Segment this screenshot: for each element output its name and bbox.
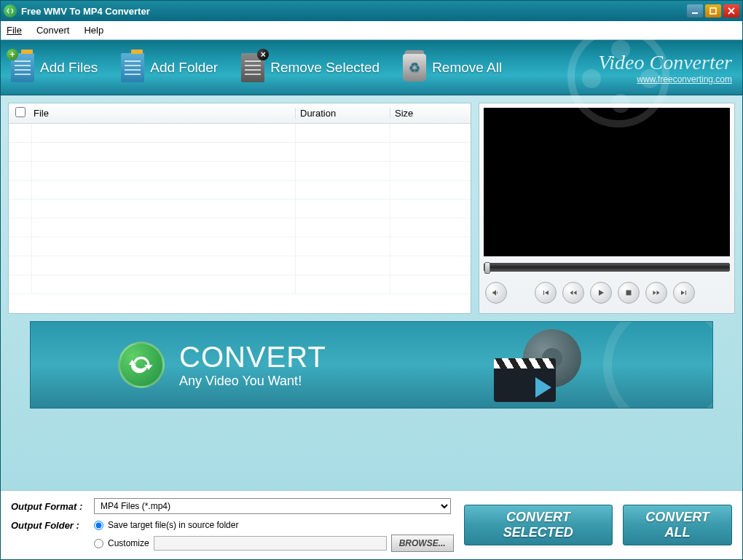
- forward-button[interactable]: [645, 282, 667, 304]
- column-header-duration[interactable]: Duration: [296, 108, 390, 119]
- toolbar: Add Files Add Folder Remove Selected Rem…: [1, 40, 742, 95]
- add-files-button[interactable]: Add Files: [11, 53, 98, 82]
- remove-all-button[interactable]: Remove All: [403, 54, 502, 82]
- radio-save-source[interactable]: Save target file(s) in source folder: [94, 520, 454, 530]
- select-all-checkbox[interactable]: [15, 107, 25, 117]
- table-row: [9, 275, 471, 294]
- add-folder-label: Add Folder: [150, 60, 218, 76]
- convert-banner: CONVERT Any Video You Want!: [30, 321, 713, 409]
- volume-button[interactable]: [485, 282, 507, 304]
- play-button[interactable]: [590, 282, 612, 304]
- svg-rect-1: [710, 8, 716, 14]
- table-row: [9, 200, 471, 218]
- table-row: [9, 237, 471, 256]
- skip-end-button[interactable]: [673, 282, 695, 304]
- folder-add-icon: [121, 53, 144, 82]
- film-reel-decoration-icon: [603, 321, 713, 409]
- minimize-button[interactable]: [687, 4, 703, 17]
- radio-save-source-label: Save target file(s) in source folder: [108, 520, 238, 530]
- app-title: Free WMV To MP4 Converter: [21, 6, 150, 17]
- close-button[interactable]: [723, 4, 739, 17]
- file-list-body[interactable]: [9, 124, 471, 313]
- seek-slider[interactable]: [484, 263, 730, 272]
- radio-customize-input[interactable]: [94, 539, 103, 548]
- table-row: [9, 143, 471, 162]
- remove-selected-button[interactable]: Remove Selected: [241, 53, 380, 82]
- menu-help[interactable]: Help: [84, 25, 103, 36]
- app-logo-icon: [4, 4, 17, 17]
- radio-customize-label: Customize: [108, 538, 149, 548]
- titlebar[interactable]: Free WMV To MP4 Converter: [1, 1, 742, 21]
- menu-convert[interactable]: Convert: [36, 25, 70, 36]
- convert-all-button[interactable]: CONVERT ALL: [623, 505, 732, 545]
- output-folder-label: Output Folder :: [11, 520, 90, 531]
- table-row: [9, 124, 471, 143]
- body-wrap: File Duration Size: [1, 95, 742, 490]
- browse-button[interactable]: BROWSE...: [391, 535, 454, 552]
- column-header-size[interactable]: Size: [390, 108, 471, 119]
- svg-rect-2: [626, 291, 632, 296]
- column-header-file[interactable]: File: [32, 108, 296, 119]
- radio-customize[interactable]: Customize BROWSE...: [94, 535, 454, 552]
- table-row: [9, 218, 471, 237]
- maximize-button[interactable]: [705, 4, 721, 17]
- preview-panel: [479, 103, 735, 314]
- file-list-header: File Duration Size: [9, 103, 471, 124]
- banner-subtitle: Any Video You Want!: [179, 374, 326, 389]
- output-format-label: Output Format :: [11, 501, 90, 512]
- table-row: [9, 181, 471, 200]
- film-reel-decoration-icon: [567, 25, 669, 127]
- radio-save-source-input[interactable]: [94, 521, 103, 530]
- recycle-bin-icon: [403, 54, 426, 82]
- menu-file[interactable]: File: [7, 25, 22, 36]
- skip-start-button[interactable]: [535, 282, 557, 304]
- rewind-button[interactable]: [562, 282, 584, 304]
- bottom-panel: Output Format : MP4 Files (*.mp4) Output…: [1, 490, 742, 559]
- table-row: [9, 162, 471, 181]
- convert-circle-icon: [118, 342, 165, 388]
- banner-title: CONVERT: [179, 341, 326, 374]
- convert-selected-button[interactable]: CONVERT SELECTED: [464, 505, 613, 545]
- app-window: Free WMV To MP4 Converter File Convert H…: [0, 0, 743, 560]
- table-row: [9, 256, 471, 275]
- file-add-icon: [11, 53, 34, 82]
- svg-rect-0: [692, 12, 698, 14]
- stop-button[interactable]: [618, 282, 640, 304]
- seek-thumb-icon[interactable]: [484, 262, 490, 274]
- remove-all-label: Remove All: [432, 60, 502, 76]
- output-format-select[interactable]: MP4 Files (*.mp4): [94, 498, 451, 514]
- add-folder-button[interactable]: Add Folder: [121, 53, 218, 82]
- media-graphic-icon: [487, 329, 581, 402]
- file-list-panel: File Duration Size: [8, 103, 471, 314]
- remove-selected-label: Remove Selected: [270, 60, 380, 76]
- file-remove-icon: [241, 53, 264, 82]
- add-files-label: Add Files: [40, 60, 98, 76]
- custom-folder-input[interactable]: [154, 536, 387, 551]
- media-controls: [484, 277, 730, 309]
- preview-screen: [484, 108, 730, 256]
